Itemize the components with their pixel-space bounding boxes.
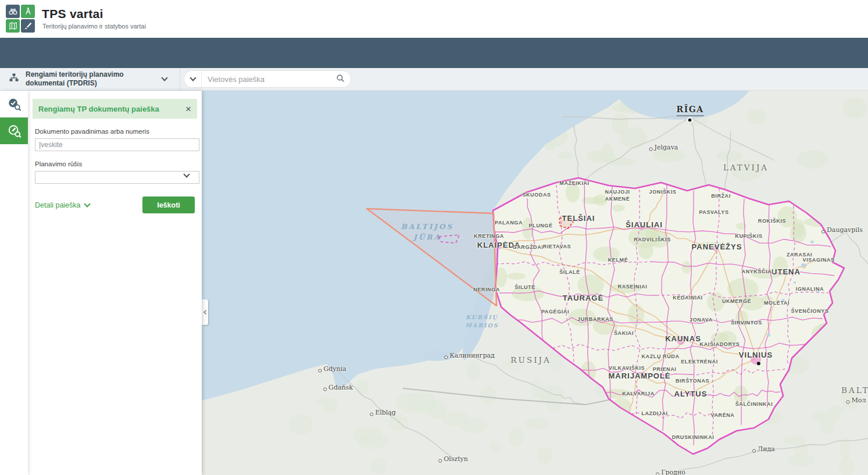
planning-type-select-wrap bbox=[33, 171, 197, 184]
sidebar-item-preparing-documents-search[interactable] bbox=[0, 117, 28, 144]
chevron-down-icon bbox=[190, 74, 196, 81]
sidebar-item-approved-documents-search[interactable] bbox=[0, 91, 28, 117]
planning-type-select[interactable] bbox=[35, 171, 199, 184]
place-search-input[interactable] bbox=[202, 75, 330, 84]
app-logo[interactable] bbox=[6, 5, 36, 34]
map-toolbar: Rengiami teritorijų planavimo dokumentai… bbox=[0, 68, 868, 91]
search-icon bbox=[335, 73, 345, 85]
planning-type-label: Planavimo rūšis bbox=[35, 160, 195, 167]
panel-title: Rengiamų TP dokumentų paieška bbox=[38, 105, 159, 113]
panel-header: Rengiamų TP dokumentų paieška × bbox=[33, 99, 197, 119]
map-graphics bbox=[202, 91, 868, 475]
document-name-label: Dokumento pavadinimas arba numeris bbox=[35, 128, 195, 135]
document-search-panel: Rengiamų TP dokumentų paieška × Dokument… bbox=[28, 91, 202, 475]
chevron-down-icon bbox=[161, 74, 167, 81]
toolbar-divider bbox=[180, 68, 180, 90]
chevron-left-icon bbox=[203, 310, 208, 315]
search-options-button[interactable] bbox=[184, 71, 202, 87]
compass-icon bbox=[21, 5, 35, 18]
app-header: TPS vartai Teritorijų planavimo ir staty… bbox=[0, 0, 868, 38]
detailed-search-label: Detali paieška bbox=[35, 201, 81, 209]
place-search-button[interactable] bbox=[330, 71, 351, 87]
tools-sidebar bbox=[0, 91, 28, 475]
close-icon[interactable]: × bbox=[185, 104, 191, 114]
place-search bbox=[184, 70, 351, 88]
layer-dropdown[interactable]: Rengiami teritorijų planavimo dokumentai… bbox=[0, 68, 175, 90]
map-canvas[interactable]: RĪGAJelgavaLATVIJADaugavpilsBALTIJOS JŪR… bbox=[202, 91, 868, 475]
top-navigation-bar bbox=[0, 38, 868, 68]
panel-collapse-handle[interactable] bbox=[202, 299, 208, 325]
app-title: TPS vartai bbox=[42, 7, 103, 21]
search-documents-button[interactable]: Ieškoti bbox=[142, 197, 195, 213]
document-name-input[interactable] bbox=[35, 138, 199, 151]
map-icon bbox=[6, 19, 20, 33]
app-root: TPS vartai Teritorijų planavimo ir staty… bbox=[0, 0, 868, 475]
brush-icon bbox=[21, 19, 35, 33]
panel-actions: Detali paieška Ieškoti bbox=[35, 197, 195, 213]
detailed-search-link[interactable]: Detali paieška bbox=[35, 201, 90, 209]
app-subtitle: Teritorijų planavimo ir statybos vartai bbox=[42, 23, 146, 30]
layer-dropdown-label: Rengiami teritorijų planavimo dokumentai… bbox=[26, 70, 156, 88]
binoculars-icon bbox=[6, 5, 20, 18]
chevron-down-icon bbox=[84, 201, 90, 207]
gulf-of-riga bbox=[616, 91, 749, 120]
layers-group-icon bbox=[8, 72, 20, 86]
